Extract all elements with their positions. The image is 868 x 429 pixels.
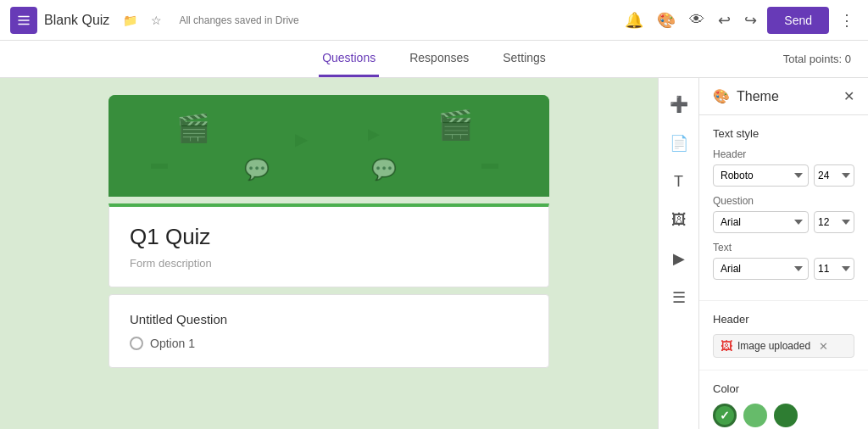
header-section: Header 🖼 Image uploaded ✕ — [699, 301, 868, 370]
theme-title: Theme — [737, 89, 779, 104]
tab-settings[interactable]: Settings — [499, 41, 549, 77]
tabbar: Questions Responses Settings Total point… — [0, 41, 868, 78]
tab-responses[interactable]: Responses — [406, 41, 472, 77]
app-title: Blank Quiz — [44, 13, 109, 28]
theme-panel: 🎨 Theme ✕ Text style Header Roboto 24 Qu… — [698, 78, 868, 429]
text-style-section: Text style Header Roboto 24 Question Ari… — [699, 115, 868, 301]
tab-questions[interactable]: Questions — [319, 41, 379, 77]
remove-image-button[interactable]: ✕ — [819, 340, 828, 353]
option-label: Option 1 — [150, 337, 195, 350]
form-toolbar: ➕ 📄 T 🖼 ▶ ☰ — [658, 78, 698, 429]
header-banner: 🎬 🎬 💬 💬 ▶ ▶ ▬ ▬ — [108, 95, 549, 197]
main-layout: 🎬 🎬 💬 💬 ▶ ▶ ▬ ▬ Q1 Quiz Form description… — [0, 78, 868, 429]
question-font-select[interactable]: Arial — [713, 211, 809, 233]
text-style-label: Text style — [713, 127, 854, 140]
deco-arrow1: ▶ — [295, 129, 308, 149]
question-text[interactable]: Untitled Question — [130, 312, 528, 326]
topbar-right: 🔔 🎨 👁 ↩ ↪ Send ⋮ — [621, 7, 858, 34]
more-icon[interactable]: ⋮ — [836, 8, 858, 33]
deco-rect2: ▬ — [481, 153, 498, 173]
app-icon — [10, 7, 37, 34]
image-file-icon: 🖼 — [721, 339, 732, 353]
import-icon[interactable]: 📄 — [666, 131, 692, 156]
deco-chat1: 💬 — [244, 158, 270, 181]
text-size-select[interactable]: 11 — [814, 258, 854, 280]
redo-icon[interactable]: ↪ — [741, 8, 760, 33]
header-banner-inner: 🎬 🎬 💬 💬 ▶ ▶ ▬ ▬ — [108, 95, 549, 197]
topbar-left: Blank Quiz 📁 ☆ All changes saved in Driv… — [10, 7, 299, 34]
total-points: Total points: 0 — [783, 53, 851, 65]
header-section-label: Header — [713, 313, 854, 326]
saved-status: All changes saved in Drive — [179, 14, 298, 26]
text-font-row: Arial 11 — [713, 258, 854, 280]
deco-video2: 🎬 — [437, 108, 473, 142]
text-font-select[interactable]: Arial — [713, 258, 809, 280]
header-font-row: Roboto 24 — [713, 164, 854, 187]
image-icon[interactable]: 🖼 — [668, 208, 690, 232]
form-description[interactable]: Form description — [130, 257, 528, 270]
question-font-row: Arial 12 — [713, 211, 854, 233]
theme-header: 🎨 Theme ✕ — [699, 78, 868, 115]
question-size-select[interactable]: 12 — [814, 211, 854, 233]
theme-close-button[interactable]: ✕ — [843, 88, 854, 104]
color-option-1[interactable]: ✓ — [713, 404, 737, 427]
color-row: ✓ — [713, 404, 854, 427]
form-area: 🎬 🎬 💬 💬 ▶ ▶ ▬ ▬ Q1 Quiz Form description… — [0, 78, 658, 429]
preview-icon[interactable]: 👁 — [686, 8, 708, 32]
option-row: Option 1 — [130, 337, 528, 350]
header-font-select[interactable]: Roboto — [713, 164, 809, 187]
question-card: Untitled Question Option 1 — [108, 294, 549, 368]
form-content: 🎬 🎬 💬 💬 ▶ ▶ ▬ ▬ Q1 Quiz Form description… — [108, 95, 549, 368]
text-font-label: Text — [713, 242, 854, 254]
deco-arrow2: ▶ — [368, 125, 380, 143]
option-radio[interactable] — [130, 337, 143, 350]
add-question-icon[interactable]: ➕ — [666, 92, 692, 117]
hamburger-icon — [16, 13, 31, 28]
theme-palette-icon: 🎨 — [713, 88, 730, 104]
check-icon: ✓ — [720, 409, 730, 422]
theme-title-row: 🎨 Theme — [713, 88, 779, 104]
text-icon[interactable]: T — [670, 170, 687, 194]
deco-chat2: 💬 — [371, 158, 397, 181]
header-size-select[interactable]: 24 — [814, 164, 854, 187]
form-title[interactable]: Q1 Quiz — [130, 224, 528, 250]
send-button[interactable]: Send — [767, 7, 829, 34]
topbar: Blank Quiz 📁 ☆ All changes saved in Driv… — [0, 0, 868, 41]
title-card: Q1 Quiz Form description — [108, 203, 549, 287]
bell-icon[interactable]: 🔔 — [621, 8, 647, 33]
palette-icon[interactable]: 🎨 — [654, 8, 679, 33]
undo-icon[interactable]: ↩ — [715, 8, 734, 33]
section-icon[interactable]: ☰ — [669, 285, 689, 310]
question-font-label: Question — [713, 195, 854, 207]
svg-rect-0 — [18, 15, 30, 17]
tabs: Questions Responses Settings — [319, 41, 549, 77]
deco-rect1: ▬ — [151, 153, 168, 173]
color-label: Color — [713, 382, 854, 395]
svg-rect-2 — [18, 23, 30, 25]
deco-video1: 🎬 — [176, 112, 210, 144]
star-icon[interactable]: ☆ — [147, 10, 165, 31]
color-option-2[interactable] — [743, 404, 767, 427]
video-icon[interactable]: ▶ — [670, 246, 688, 271]
color-section: Color ✓ + — [699, 370, 868, 429]
color-option-3[interactable] — [774, 404, 798, 427]
folder-icon[interactable]: 📁 — [120, 10, 141, 31]
image-uploaded-badge: 🖼 Image uploaded ✕ — [713, 334, 854, 358]
image-uploaded-label: Image uploaded — [737, 340, 810, 352]
svg-rect-1 — [18, 20, 30, 21]
header-font-label: Header — [713, 148, 854, 160]
